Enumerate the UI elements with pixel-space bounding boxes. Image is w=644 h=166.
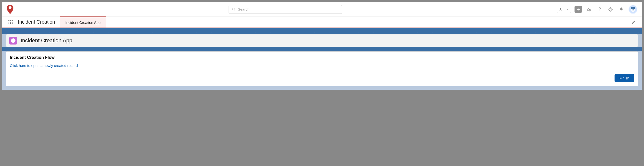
edit-nav-button[interactable]: [629, 17, 638, 28]
svg-point-15: [8, 22, 9, 23]
star-icon[interactable]: [557, 6, 564, 13]
waffle-icon: [8, 20, 13, 25]
svg-point-4: [600, 10, 600, 11]
svg-point-18: [8, 23, 9, 24]
svg-point-12: [8, 20, 9, 21]
global-add-button[interactable]: [574, 6, 582, 13]
app-name: Incident Creation: [16, 17, 60, 28]
svg-point-10: [632, 9, 632, 10]
decorative-band-2: [2, 47, 642, 51]
search-icon: [232, 7, 236, 11]
svg-point-11: [634, 9, 634, 10]
finish-button[interactable]: Finish: [614, 74, 634, 82]
bell-icon: [619, 7, 624, 12]
user-avatar[interactable]: [628, 5, 637, 14]
svg-point-13: [10, 20, 11, 21]
svg-line-3: [234, 10, 235, 11]
global-header: !: [2, 2, 642, 17]
search-input[interactable]: [238, 7, 339, 11]
open-record-link[interactable]: Click here to open a newly created recor…: [10, 63, 78, 68]
app-window: !: [2, 2, 642, 90]
notifications-button[interactable]: [618, 6, 625, 13]
page-app-icon: [9, 37, 17, 45]
svg-text:!: !: [10, 7, 10, 9]
chevron-down-icon[interactable]: [564, 6, 571, 13]
svg-point-19: [10, 23, 11, 24]
salesforce-trailhead-button[interactable]: [585, 6, 593, 13]
gear-icon: [608, 7, 613, 12]
svg-point-14: [12, 20, 13, 21]
flow-card: Incident Creation Flow Click here to ope…: [6, 51, 638, 86]
page-title: Incident Creation App: [20, 37, 72, 44]
svg-point-16: [10, 22, 11, 23]
pencil-icon: [632, 20, 636, 24]
decorative-band: [2, 28, 642, 34]
question-icon: [597, 7, 602, 12]
page-header: Incident Creation App: [6, 34, 638, 47]
app-launcher-button[interactable]: [6, 17, 16, 28]
setup-button[interactable]: [607, 6, 614, 13]
svg-point-5: [610, 9, 611, 10]
tab-label: Incident Creation App: [65, 21, 100, 25]
plus-icon: [576, 7, 580, 11]
nav-bar: Incident Creation Incident Creation App: [2, 17, 642, 28]
trailhead-icon: [586, 7, 592, 12]
favorites-button[interactable]: [557, 6, 571, 13]
content-area: Incident Creation Flow Click here to ope…: [2, 51, 642, 90]
global-search[interactable]: [228, 5, 342, 14]
svg-point-8: [631, 7, 633, 9]
svg-point-20: [12, 23, 13, 24]
app-icon-dot: [11, 38, 16, 43]
header-actions: [557, 5, 637, 14]
app-logo-icon[interactable]: !: [7, 5, 14, 14]
tab-incident-creation-app[interactable]: Incident Creation App: [60, 17, 106, 28]
svg-point-9: [633, 7, 635, 9]
help-button[interactable]: [596, 6, 604, 13]
svg-point-17: [12, 22, 13, 23]
avatar-icon: [629, 5, 637, 14]
card-title: Incident Creation Flow: [10, 55, 634, 60]
